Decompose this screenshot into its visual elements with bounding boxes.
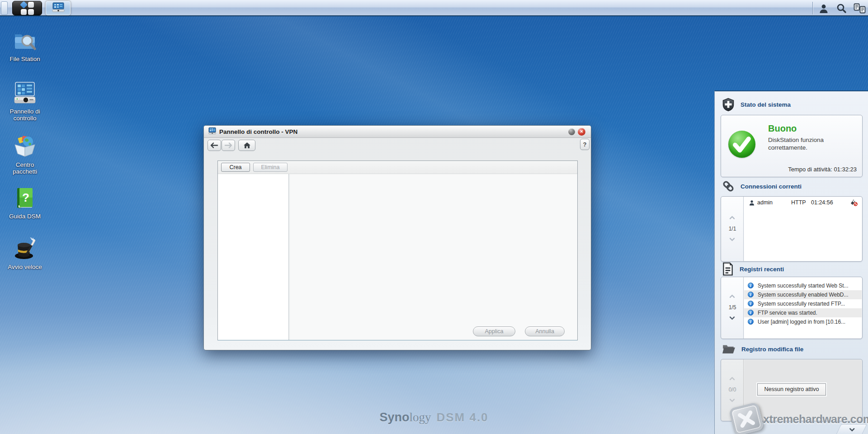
desktop-icon-quick-start[interactable]: Avvio veloce xyxy=(5,236,44,270)
connections-pager: 1/1 xyxy=(721,197,744,261)
back-button[interactable] xyxy=(208,140,221,151)
file-log-box: 0/0 Nessun registro attivo xyxy=(721,359,863,421)
vpn-detail-pane xyxy=(290,174,577,340)
pager-up-icon[interactable] xyxy=(729,294,735,300)
pager-down-icon[interactable] xyxy=(729,314,735,320)
file-log-header: Registro modifica file xyxy=(722,344,803,354)
pager-label: 0/0 xyxy=(721,387,744,393)
brand-logo-serif: logy xyxy=(409,410,431,424)
main-menu-button[interactable] xyxy=(12,1,42,15)
status-description: DiskStation funziona correttamente. xyxy=(768,136,824,151)
package-center-icon xyxy=(12,134,38,159)
control-panel-icon xyxy=(12,80,38,106)
desktop-icon-label: Centro pacchetti xyxy=(5,161,44,175)
info-icon: i xyxy=(748,319,754,325)
connection-user: admin xyxy=(757,199,773,206)
pilot-view-button[interactable] xyxy=(852,2,867,15)
desktop-icon-package-center[interactable]: Centro pacchetti xyxy=(5,134,44,175)
home-button[interactable] xyxy=(238,140,255,151)
desktop-icon-dsm-help[interactable]: ? Guida DSM xyxy=(5,185,44,220)
info-icon: i xyxy=(748,310,754,316)
back-arrow-icon xyxy=(210,142,218,148)
pager-down-icon[interactable] xyxy=(729,236,735,241)
pager-down-icon[interactable] xyxy=(729,396,735,402)
search-button[interactable] xyxy=(834,2,849,15)
shield-icon xyxy=(722,98,735,112)
connections-list: admin HTTP 01:24:56 xyxy=(744,197,862,261)
system-status-box: Buono DiskStation funziona correttamente… xyxy=(721,115,863,177)
pager-up-icon[interactable] xyxy=(729,377,735,382)
logs-pager: 1/5 xyxy=(721,277,744,339)
info-icon: i xyxy=(748,301,754,307)
desktop-icon-label: Pannello di controllo xyxy=(5,108,44,122)
pager-up-icon[interactable] xyxy=(729,216,735,222)
desktop-icon-label: Guida DSM xyxy=(5,213,44,220)
desktop: File Station Pannello di controllo xyxy=(0,0,868,434)
connections-box: 1/1 admin HTTP 01:24:56 xyxy=(721,196,863,262)
system-status-header: Stato del sistema xyxy=(722,98,791,112)
control-panel-vpn-window: Pannello di controllo - VPN ✕ ? Crea Eli… xyxy=(203,125,591,350)
uptime-label: Tempo di attività: 01:32:23 xyxy=(788,166,857,173)
taskbar xyxy=(0,0,868,16)
no-active-log-message: Nessun registro attivo xyxy=(757,383,826,396)
file-log-pager: 0/0 xyxy=(721,359,744,421)
apply-button[interactable]: Applica xyxy=(473,326,515,336)
forward-arrow-icon xyxy=(224,142,232,148)
pilot-view-icon xyxy=(854,3,866,14)
help-button[interactable]: ? xyxy=(580,139,590,150)
open-folder-icon xyxy=(722,344,736,354)
log-row: i FTP service was started. xyxy=(744,308,862,317)
minimize-button[interactable] xyxy=(568,128,575,135)
connection-row: admin HTTP 01:24:56 xyxy=(744,197,862,208)
user-menu-button[interactable] xyxy=(816,2,831,15)
recent-logs-header: Registri recenti xyxy=(722,262,784,276)
pager-label: 1/1 xyxy=(721,226,744,232)
show-desktop-button[interactable] xyxy=(1,1,8,15)
log-row: i System successfully started Web St... xyxy=(744,281,862,290)
main-menu-icon xyxy=(21,2,34,15)
widget-panel: Stato del sistema Buono DiskStation funz… xyxy=(714,90,868,434)
window-titlebar[interactable]: Pannello di controllo - VPN xyxy=(204,126,591,138)
home-icon xyxy=(243,142,251,149)
dsm-help-icon: ? xyxy=(12,185,38,211)
widget-title: Registri recenti xyxy=(740,266,784,273)
status-ok-icon xyxy=(728,131,755,158)
vpn-list-pane[interactable] xyxy=(218,174,289,340)
log-row: i System successfully enabled WebD... xyxy=(744,290,862,299)
window-title-icon xyxy=(208,127,216,136)
close-button[interactable]: ✕ xyxy=(578,128,585,136)
status-label: Buono xyxy=(768,123,797,134)
connection-protocol: HTTP xyxy=(791,199,806,206)
disconnect-icon[interactable] xyxy=(850,199,858,208)
search-icon xyxy=(836,3,847,14)
desktop-icon-file-station[interactable]: File Station xyxy=(5,28,44,62)
taskbar-separator xyxy=(812,2,813,14)
user-silhouette-icon xyxy=(749,200,755,207)
cancel-button[interactable]: Annulla xyxy=(525,326,565,336)
desktop-icon-label: Avvio veloce xyxy=(5,264,44,270)
recent-logs-box: 1/5 i System successfully started Web St… xyxy=(721,277,863,339)
desktop-icon-label: File Station xyxy=(5,56,44,62)
connection-time: 01:24:56 xyxy=(811,199,833,206)
window-title: Pannello di controllo - VPN xyxy=(219,128,297,135)
delete-button[interactable]: Elimina xyxy=(253,163,288,172)
info-icon: i xyxy=(748,292,754,297)
chevron-down-icon xyxy=(849,426,855,432)
svg-text:?: ? xyxy=(22,191,29,204)
widget-title: Registro modifica file xyxy=(741,346,803,353)
synology-dsm-branding: SynologyDSM 4.0 xyxy=(379,410,488,425)
desktop-icon-control-panel[interactable]: Pannello di controllo xyxy=(5,80,44,122)
user-icon xyxy=(819,4,828,14)
brand-version: DSM 4.0 xyxy=(436,410,488,424)
forward-button[interactable] xyxy=(222,140,235,151)
link-icon xyxy=(722,180,735,193)
pager-label: 1/5 xyxy=(721,304,744,311)
panel-action-row: Applica Annulla xyxy=(473,326,565,336)
panel-toolbar: Crea Elimina xyxy=(218,161,577,174)
file-station-icon xyxy=(12,28,38,53)
taskbar-app-control-panel[interactable] xyxy=(46,1,71,15)
create-button[interactable]: Crea xyxy=(221,163,250,172)
widget-collapse-tab[interactable] xyxy=(836,424,868,434)
logs-list: i System successfully started Web St... … xyxy=(744,278,862,338)
widget-title: Stato del sistema xyxy=(741,101,791,108)
